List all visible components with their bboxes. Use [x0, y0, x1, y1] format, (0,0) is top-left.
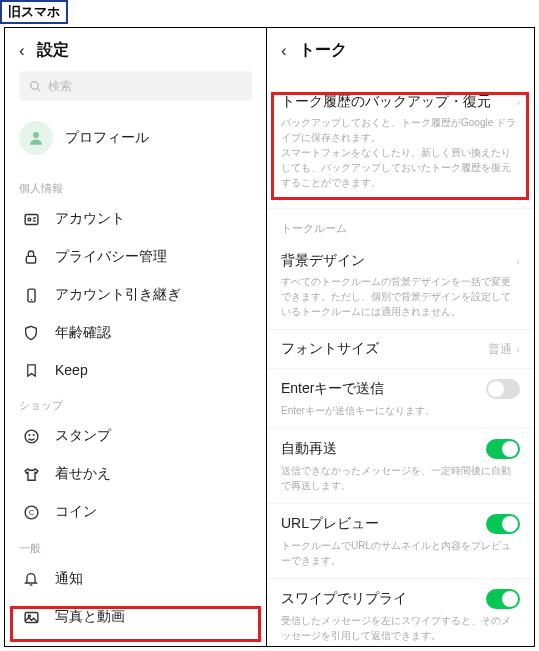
swipe-desc: 受信したメッセージを左にスワイプすると、そのメッセージを引用して返信できます。	[281, 613, 520, 643]
bg-desc: すべてのトークルームの背景デザインを一括で変更できます。ただし、個別で背景デザイ…	[281, 274, 520, 319]
row-notify[interactable]: 通知	[5, 560, 266, 598]
row-label: プライバシー管理	[55, 248, 252, 266]
auto-title: 自動再送	[281, 440, 337, 458]
section-general: 一般	[5, 531, 266, 560]
toggle-enter[interactable]	[486, 379, 520, 399]
profile-row[interactable]: プロフィール	[5, 115, 266, 171]
row-label: 通知	[55, 570, 252, 588]
back-icon[interactable]: ‹	[19, 41, 25, 61]
row-transfer[interactable]: アカウント引き継ぎ	[5, 276, 266, 314]
swipe-title: スワイプでリプライ	[281, 590, 407, 608]
bookmark-icon	[19, 363, 43, 378]
item-auto: 自動再送 送信できなかったメッセージを、一定時間後に自動で再送します。	[267, 429, 534, 504]
image-icon	[19, 609, 43, 626]
item-backup[interactable]: トーク履歴のバックアップ・復元 › バックアップしておくと、トーク履歴がGoog…	[267, 71, 534, 209]
font-value: 普通	[488, 342, 512, 356]
talk-pane: ‹ トーク トーク履歴のバックアップ・復元 › バックアップしておくと、トーク履…	[267, 28, 534, 646]
svg-point-11	[29, 434, 30, 435]
enter-desc: Enterキーが送信キーになります。	[281, 403, 520, 418]
svg-point-2	[33, 132, 39, 138]
item-swipe: スワイプでリプライ 受信したメッセージを左にスワイプすると、そのメッセージを引用…	[267, 579, 534, 646]
chevron-icon: ›	[516, 343, 520, 355]
font-title: フォントサイズ	[281, 340, 379, 358]
lock-icon	[19, 249, 43, 265]
toggle-url[interactable]	[486, 514, 520, 534]
settings-header: ‹ 設定	[5, 28, 266, 71]
profile-label: プロフィール	[65, 129, 149, 147]
row-talk[interactable]: トーク	[5, 636, 266, 646]
row-label: 年齢確認	[55, 324, 252, 342]
device-tag: 旧スマホ	[0, 0, 68, 24]
shirt-icon	[19, 466, 43, 483]
back-icon[interactable]: ‹	[281, 41, 287, 61]
transfer-icon	[19, 287, 43, 304]
settings-pane: ‹ 設定 検索 プロフィール 個人情報 アカウント プライバシー管理 アカウント…	[5, 28, 267, 646]
bell-icon	[19, 571, 43, 587]
row-label: 着せかえ	[55, 465, 252, 483]
row-photo[interactable]: 写真と動画	[5, 598, 266, 636]
settings-title: 設定	[37, 40, 69, 61]
backup-title: トーク履歴のバックアップ・復元	[281, 93, 491, 111]
section-shop: ショップ	[5, 388, 266, 417]
row-theme[interactable]: 着せかえ	[5, 455, 266, 493]
coin-icon: C	[19, 504, 43, 521]
svg-point-4	[27, 218, 30, 221]
row-age[interactable]: 年齢確認	[5, 314, 266, 352]
item-enter: Enterキーで送信 Enterキーが送信キーになります。	[267, 369, 534, 429]
row-label: スタンプ	[55, 427, 252, 445]
backup-desc: バックアップしておくと、トーク履歴がGoogle ドライブに保存されます。 スマ…	[281, 115, 520, 190]
row-keep[interactable]: Keep	[5, 352, 266, 388]
toggle-swipe[interactable]	[486, 589, 520, 609]
item-url: URLプレビュー トークルームでURLのサムネイルと内容をプレビューできます。	[267, 504, 534, 579]
avatar	[19, 121, 53, 155]
svg-point-10	[25, 430, 38, 443]
row-label: Keep	[55, 362, 252, 378]
row-privacy[interactable]: プライバシー管理	[5, 238, 266, 276]
shield-icon	[19, 325, 43, 341]
chevron-icon: ›	[516, 96, 520, 108]
search-icon	[29, 80, 42, 93]
svg-text:C: C	[28, 509, 33, 517]
search-placeholder: 検索	[48, 78, 72, 95]
account-icon	[19, 211, 43, 228]
item-font[interactable]: フォントサイズ 普通›	[267, 330, 534, 369]
talk-header: ‹ トーク	[267, 28, 534, 71]
section-talkroom: トークルーム	[267, 209, 534, 242]
enter-title: Enterキーで送信	[281, 380, 384, 398]
row-coin[interactable]: C コイン	[5, 493, 266, 531]
url-desc: トークルームでURLのサムネイルと内容をプレビューできます。	[281, 538, 520, 568]
search-input[interactable]: 検索	[19, 71, 252, 101]
chevron-icon: ›	[516, 255, 520, 267]
row-account[interactable]: アカウント	[5, 200, 266, 238]
section-personal: 個人情報	[5, 171, 266, 200]
bg-title: 背景デザイン	[281, 252, 365, 270]
smile-icon	[19, 428, 43, 445]
panes-container: ‹ 設定 検索 プロフィール 個人情報 アカウント プライバシー管理 アカウント…	[4, 27, 535, 647]
row-stamp[interactable]: スタンプ	[5, 417, 266, 455]
url-title: URLプレビュー	[281, 515, 379, 533]
row-label: 写真と動画	[55, 608, 252, 626]
talk-title: トーク	[299, 40, 347, 61]
auto-desc: 送信できなかったメッセージを、一定時間後に自動で再送します。	[281, 463, 520, 493]
toggle-auto[interactable]	[486, 439, 520, 459]
row-label: アカウント	[55, 210, 252, 228]
svg-line-1	[37, 88, 40, 91]
svg-point-0	[31, 81, 39, 89]
svg-point-12	[33, 434, 34, 435]
item-bg[interactable]: 背景デザイン › すべてのトークルームの背景デザインを一括で変更できます。ただし…	[267, 242, 534, 330]
row-label: アカウント引き継ぎ	[55, 286, 252, 304]
row-label: コイン	[55, 503, 252, 521]
svg-rect-7	[26, 256, 35, 263]
